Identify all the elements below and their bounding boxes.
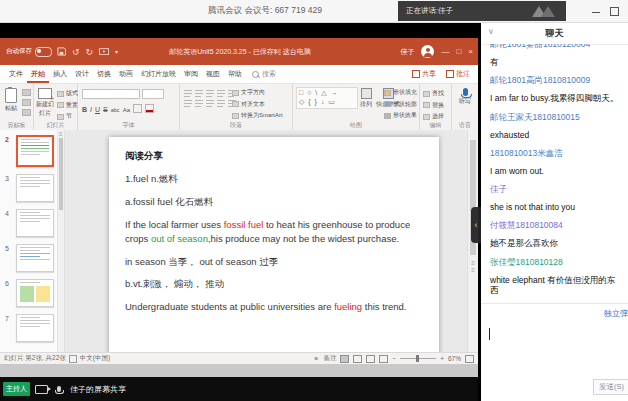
current-slide[interactable]: 阅读分享 1.fuel n.燃料a.fossil fuel 化石燃料If the…	[109, 137, 439, 352]
mic-icon[interactable]	[57, 386, 61, 392]
search-box[interactable]: 搜索	[252, 69, 276, 79]
ppt-minimize-icon[interactable]: —	[441, 48, 449, 56]
ribbon-tab-幻灯片放映[interactable]: 幻灯片放映	[137, 66, 180, 83]
arrange-button[interactable]: 排列	[355, 88, 377, 109]
smartart-button[interactable]: 转换为SmartArt	[232, 111, 283, 120]
dictate-button[interactable]: 听写	[452, 88, 478, 106]
slide-thumbnail-5[interactable]: 5	[16, 244, 54, 272]
align-center-button[interactable]	[195, 99, 204, 107]
align-right-button[interactable]	[206, 99, 215, 107]
zoom-in-button[interactable]: +	[440, 355, 444, 362]
paste-button[interactable]: 粘贴	[2, 88, 20, 113]
send-button[interactable]: 发送(S)▾	[593, 379, 628, 395]
slide-thumbnail-2[interactable]: 2	[16, 135, 54, 167]
highlight-color-button[interactable]	[133, 104, 142, 113]
slide-body: 1.fuel n.燃料a.fossil fuel 化石燃料If the loca…	[125, 172, 423, 314]
change-case-button[interactable]: Aa	[123, 107, 130, 113]
normal-view-icon[interactable]	[340, 355, 349, 363]
font-name-select[interactable]	[82, 89, 140, 99]
copy-icon[interactable]	[22, 99, 31, 106]
undo-icon[interactable]: ↺	[72, 47, 80, 57]
thumbnail-number: 3	[5, 175, 9, 182]
reset-button[interactable]: 重置	[57, 101, 78, 110]
fit-to-window-icon[interactable]	[465, 355, 474, 363]
justify-button[interactable]	[217, 99, 226, 107]
autosave-toggle[interactable]: 自动保存	[0, 47, 52, 57]
bullets-button[interactable]	[184, 89, 193, 97]
chevron-down-icon[interactable]: ∨	[488, 27, 494, 36]
strikethrough-button[interactable]: S	[103, 106, 108, 113]
text-direction-button[interactable]: 文字方向	[232, 88, 283, 97]
zoom-slider[interactable]	[400, 358, 436, 359]
comments-button[interactable]: 批注	[446, 69, 470, 79]
ribbon-tab-文件[interactable]: 文件	[5, 66, 27, 83]
replace-button[interactable]: 替换	[423, 101, 444, 110]
slide-thumbnail-6[interactable]: 6	[16, 279, 54, 307]
account-avatar[interactable]	[421, 45, 434, 58]
select-button[interactable]: 选择	[423, 112, 444, 121]
ribbon-group-voice: 听写 语音	[452, 84, 478, 131]
layout-button[interactable]: 版式	[57, 89, 78, 98]
save-icon[interactable]	[57, 47, 66, 56]
quick-access-dropdown-icon[interactable]: ▾	[115, 48, 118, 55]
slide-text-line: Undergraduate students at public univers…	[125, 300, 423, 314]
ribbon-tab-动画[interactable]: 动画	[115, 66, 137, 83]
chat-sender: 邮轮1801高尚1810810009	[490, 75, 619, 86]
zoom-level[interactable]: 67%	[448, 355, 461, 362]
format-painter-icon[interactable]	[22, 109, 31, 116]
slide-thumbnail-7[interactable]: 7	[16, 314, 54, 342]
camera-icon[interactable]	[35, 385, 48, 394]
cut-icon[interactable]	[22, 89, 31, 96]
language-indicator[interactable]: 中文(中国)	[80, 354, 110, 363]
align-text-button[interactable]: 对齐文本	[232, 100, 283, 109]
ribbon-group-clipboard: 粘贴 剪贴板	[0, 84, 34, 131]
chat-input-area: 独立弹幕 发送(S)▾	[481, 303, 628, 401]
find-button[interactable]: 查找	[423, 89, 444, 98]
numbering-button[interactable]	[195, 89, 204, 97]
ppt-restore-icon[interactable]: □	[456, 48, 461, 56]
slide-sorter-view-icon[interactable]	[353, 355, 362, 363]
underline-button[interactable]: U	[95, 106, 100, 113]
shape-outline-button[interactable]: 形状轮廓	[384, 100, 417, 109]
ribbon-tab-设计[interactable]: 设计	[71, 66, 93, 83]
slide-thumbnail-3[interactable]: 3	[16, 174, 54, 202]
chat-input[interactable]	[481, 318, 628, 378]
zoom-out-button[interactable]: −	[392, 355, 396, 362]
redo-icon[interactable]: ↻	[86, 47, 94, 57]
char-spacing-button[interactable]: abc	[111, 107, 120, 113]
increase-indent-button[interactable]	[217, 89, 226, 97]
thumbnail-scrollbar[interactable]: ≡	[57, 130, 64, 352]
shape-gallery[interactable]: □ ○ \ △ → ◇ { } ↓ ▭	[296, 87, 358, 109]
reading-view-icon[interactable]	[366, 355, 375, 363]
group-label: 编辑	[420, 121, 451, 130]
maximize-icon[interactable]	[610, 7, 619, 16]
slideshow-view-icon[interactable]	[379, 355, 388, 363]
notes-toggle[interactable]: 备注	[323, 354, 336, 363]
search-icon	[252, 71, 259, 78]
ribbon-tab-切换[interactable]: 切换	[93, 66, 115, 83]
collapse-chat-handle[interactable]: ‹	[471, 207, 481, 243]
accessibility-check-icon	[69, 355, 77, 363]
ribbon-tab-视图[interactable]: 视图	[202, 66, 224, 83]
italic-button[interactable]: I	[90, 106, 92, 113]
minimize-icon[interactable]	[592, 12, 600, 13]
font-color-button[interactable]	[145, 104, 154, 113]
align-left-button[interactable]	[184, 99, 193, 107]
ribbon-tab-开始[interactable]: 开始	[27, 66, 49, 83]
slide-thumbnail-4[interactable]: 4	[16, 209, 54, 237]
shape-effects-button[interactable]: 形状效果	[384, 111, 417, 120]
ribbon-tab-插入[interactable]: 插入	[49, 66, 71, 83]
slideshow-icon[interactable]	[99, 48, 109, 56]
font-size-select[interactable]	[142, 89, 164, 99]
ppt-close-icon[interactable]: ×	[468, 48, 473, 56]
decrease-indent-button[interactable]	[206, 89, 215, 97]
bold-button[interactable]: B	[82, 106, 87, 113]
chat-message-list[interactable]: 邮轮1801姜甜1810120004有邮轮1801高尚1810810009I a…	[481, 44, 628, 303]
new-slide-button[interactable]: 新建幻灯片	[35, 88, 55, 118]
shape-fill-button[interactable]: 形状填充	[384, 88, 417, 97]
ribbon-group-font: B I U S abc Aa 字体	[78, 84, 180, 131]
section-button[interactable]: 节	[57, 112, 78, 121]
ribbon-tab-帮助[interactable]: 帮助	[224, 66, 246, 83]
ribbon-tab-审阅[interactable]: 审阅	[180, 66, 202, 83]
share-button[interactable]: 共享	[412, 69, 436, 79]
